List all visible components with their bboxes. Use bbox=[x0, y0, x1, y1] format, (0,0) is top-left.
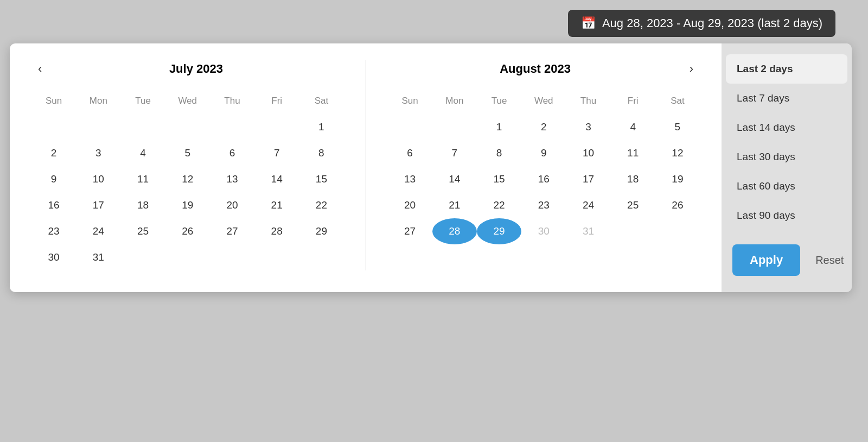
left-days-grid: 1234567891011121314151617181920212223242… bbox=[31, 114, 344, 270]
day-cell[interactable]: 15 bbox=[299, 166, 343, 192]
day-cell bbox=[254, 114, 299, 140]
left-calendar-title: July 2023 bbox=[48, 62, 343, 76]
day-cell[interactable]: 30 bbox=[31, 244, 76, 270]
day-cell[interactable]: 9 bbox=[521, 140, 566, 166]
day-cell[interactable]: 8 bbox=[477, 140, 521, 166]
right-day-headers: SunMonTueWedThuFriSat bbox=[388, 91, 700, 114]
preset-item-last2[interactable]: Last 2 days bbox=[726, 54, 847, 84]
day-cell[interactable]: 10 bbox=[76, 166, 120, 192]
day-cell[interactable]: 4 bbox=[611, 114, 655, 140]
day-cell[interactable]: 27 bbox=[388, 218, 432, 244]
day-cell[interactable]: 23 bbox=[521, 192, 566, 218]
left-calendar-header: ‹ July 2023 bbox=[31, 60, 344, 78]
day-cell[interactable]: 30 bbox=[521, 218, 566, 244]
day-header-label: Sat bbox=[299, 91, 343, 114]
day-cell[interactable]: 22 bbox=[477, 192, 521, 218]
day-cell[interactable]: 29 bbox=[477, 218, 521, 244]
day-cell[interactable]: 23 bbox=[31, 218, 76, 244]
day-cell bbox=[120, 244, 165, 270]
day-cell[interactable]: 7 bbox=[254, 140, 299, 166]
day-cell[interactable]: 28 bbox=[432, 218, 477, 244]
day-cell[interactable]: 22 bbox=[299, 192, 343, 218]
preset-item-last14[interactable]: Last 14 days bbox=[722, 113, 852, 142]
day-cell[interactable]: 20 bbox=[210, 192, 254, 218]
day-cell[interactable]: 28 bbox=[254, 218, 299, 244]
day-header-label: Mon bbox=[76, 91, 120, 114]
day-cell[interactable]: 9 bbox=[31, 166, 76, 192]
calendar-panel: ‹ July 2023 SunMonTueWedThuFriSat 123456… bbox=[10, 43, 722, 292]
day-cell bbox=[299, 244, 343, 270]
day-cell[interactable]: 3 bbox=[566, 114, 610, 140]
day-cell[interactable]: 1 bbox=[299, 114, 343, 140]
day-cell[interactable]: 13 bbox=[210, 166, 254, 192]
day-cell[interactable]: 21 bbox=[432, 192, 477, 218]
day-header-label: Fri bbox=[611, 91, 655, 114]
preset-item-last90[interactable]: Last 90 days bbox=[722, 201, 852, 230]
day-header-label: Thu bbox=[210, 91, 254, 114]
day-cell[interactable]: 5 bbox=[655, 114, 700, 140]
day-cell[interactable]: 20 bbox=[388, 192, 432, 218]
day-cell[interactable]: 25 bbox=[120, 218, 165, 244]
day-cell[interactable]: 14 bbox=[432, 166, 477, 192]
day-cell[interactable]: 15 bbox=[477, 166, 521, 192]
day-cell[interactable]: 2 bbox=[31, 140, 76, 166]
day-cell[interactable]: 12 bbox=[165, 166, 210, 192]
day-header-label: Sun bbox=[388, 91, 432, 114]
apply-button[interactable]: Apply bbox=[732, 244, 800, 276]
day-cell[interactable]: 6 bbox=[388, 140, 432, 166]
day-cell[interactable]: 19 bbox=[655, 166, 700, 192]
day-cell[interactable]: 7 bbox=[432, 140, 477, 166]
left-day-headers: SunMonTueWedThuFriSat bbox=[31, 91, 344, 114]
day-cell[interactable]: 3 bbox=[76, 140, 120, 166]
day-cell[interactable]: 13 bbox=[388, 166, 432, 192]
day-cell[interactable]: 31 bbox=[566, 218, 610, 244]
day-cell[interactable]: 11 bbox=[611, 140, 655, 166]
day-cell[interactable]: 6 bbox=[210, 140, 254, 166]
date-range-label: Aug 28, 2023 - Aug 29, 2023 (last 2 days… bbox=[602, 16, 822, 30]
day-cell bbox=[31, 114, 76, 140]
calendars-row: ‹ July 2023 SunMonTueWedThuFriSat 123456… bbox=[31, 60, 700, 270]
presets-list: Last 2 daysLast 7 daysLast 14 daysLast 3… bbox=[722, 54, 852, 230]
day-cell[interactable]: 24 bbox=[76, 218, 120, 244]
day-cell[interactable]: 14 bbox=[254, 166, 299, 192]
day-cell[interactable]: 18 bbox=[120, 192, 165, 218]
day-cell[interactable]: 1 bbox=[477, 114, 521, 140]
day-cell bbox=[210, 244, 254, 270]
day-cell[interactable]: 8 bbox=[299, 140, 343, 166]
day-cell[interactable]: 31 bbox=[76, 244, 120, 270]
day-cell[interactable]: 4 bbox=[120, 140, 165, 166]
day-cell[interactable]: 16 bbox=[31, 192, 76, 218]
day-cell[interactable]: 29 bbox=[299, 218, 343, 244]
preset-item-last60[interactable]: Last 60 days bbox=[722, 172, 852, 201]
day-cell[interactable]: 24 bbox=[566, 192, 610, 218]
day-cell[interactable]: 19 bbox=[165, 192, 210, 218]
next-month-button[interactable]: › bbox=[683, 60, 700, 78]
day-cell bbox=[210, 114, 254, 140]
right-calendar-title: August 2023 bbox=[388, 62, 683, 76]
day-cell[interactable]: 16 bbox=[521, 166, 566, 192]
day-cell[interactable]: 26 bbox=[165, 218, 210, 244]
day-cell[interactable]: 25 bbox=[611, 192, 655, 218]
day-cell[interactable]: 17 bbox=[76, 192, 120, 218]
left-calendar: ‹ July 2023 SunMonTueWedThuFriSat 123456… bbox=[31, 60, 344, 270]
day-cell[interactable]: 12 bbox=[655, 140, 700, 166]
day-cell bbox=[165, 114, 210, 140]
date-range-button[interactable]: 📅 Aug 28, 2023 - Aug 29, 2023 (last 2 da… bbox=[568, 10, 835, 37]
preset-item-last30[interactable]: Last 30 days bbox=[722, 142, 852, 172]
day-cell[interactable]: 2 bbox=[521, 114, 566, 140]
day-cell[interactable]: 18 bbox=[611, 166, 655, 192]
day-cell bbox=[254, 244, 299, 270]
day-cell[interactable]: 10 bbox=[566, 140, 610, 166]
calendar-icon: 📅 bbox=[581, 16, 596, 30]
day-cell[interactable]: 26 bbox=[655, 192, 700, 218]
prev-month-button[interactable]: ‹ bbox=[31, 60, 48, 78]
preset-item-last7[interactable]: Last 7 days bbox=[722, 84, 852, 113]
day-cell[interactable]: 21 bbox=[254, 192, 299, 218]
day-cell[interactable]: 11 bbox=[120, 166, 165, 192]
reset-button[interactable]: Reset bbox=[811, 250, 848, 271]
right-days-grid: 1234567891011121314151617181920212223242… bbox=[388, 114, 700, 244]
day-cell[interactable]: 5 bbox=[165, 140, 210, 166]
day-cell[interactable]: 27 bbox=[210, 218, 254, 244]
day-header-label: Thu bbox=[566, 91, 610, 114]
day-cell[interactable]: 17 bbox=[566, 166, 610, 192]
